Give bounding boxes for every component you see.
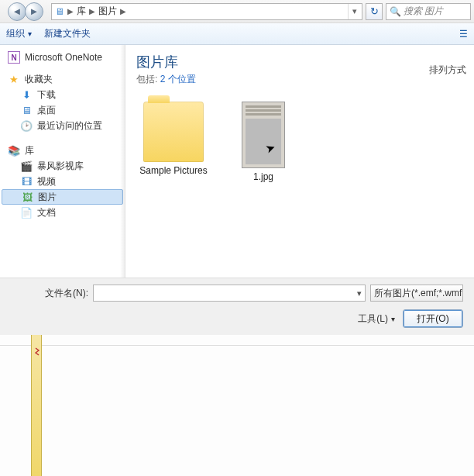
image-item[interactable]: ➤ 1.jpg [226, 102, 301, 182]
nav-history-buttons: ◄ ► [3, 2, 48, 22]
star-icon: ★ [8, 73, 20, 85]
folder-icon [143, 102, 204, 162]
subtitle-prefix: 包括: [136, 74, 157, 85]
chevron-down-icon: ▾ [28, 29, 32, 38]
open-button[interactable]: 打开(O) [403, 309, 463, 328]
pictures-icon: 🖼 [21, 191, 33, 203]
search-input[interactable]: 🔍 搜索 图片 [386, 3, 471, 20]
address-bar[interactable]: 🖥 ▶ 库 ▶ 图片 ▶ ▾ [51, 3, 362, 20]
bottom-panel: 文件名(N): ▾ 所有图片(*.emf;*.wmf 工具(L) ▾ 打开(O) [0, 278, 474, 336]
recent-icon: 🕑 [20, 119, 33, 132]
sidebar-item-videos[interactable]: 🎞 视频 [2, 174, 123, 189]
filename-input[interactable]: ▾ [93, 285, 366, 302]
download-icon: ⬇ [20, 88, 33, 101]
button-row: 工具(L) ▾ 打开(O) [11, 309, 463, 328]
item-label: Sample Pictures [139, 165, 207, 176]
chevron-right-icon[interactable]: ▶ [89, 7, 95, 16]
nav-tree: N Microsoft OneNote ★ 收藏夹 ⬇ 下载 🖥 桌面 🕑 最近… [0, 45, 125, 278]
nav-bar: ◄ ► 🖥 ▶ 库 ▶ 图片 ▶ ▾ ↻ 🔍 搜索 图片 [0, 0, 474, 23]
filename-label: 文件名(N): [11, 287, 88, 300]
sidebar-item-desktop[interactable]: 🖥 桌面 [2, 102, 123, 118]
sidebar-item-onenote[interactable]: N Microsoft OneNote [2, 50, 123, 65]
image-thumbnail: ➤ [242, 102, 285, 168]
chevron-right-icon[interactable]: ▶ [120, 7, 126, 16]
folder-item[interactable]: Sample Pictures [136, 102, 211, 182]
sidebar-item-documents[interactable]: 📄 文档 [2, 205, 123, 220]
sidebar-item-label: 最近访问的位置 [37, 119, 102, 133]
sidebar-item-label: 收藏夹 [25, 73, 53, 86]
breadcrumb-root[interactable]: 🖥 [53, 6, 66, 17]
body-split: N Microsoft OneNote ★ 收藏夹 ⬇ 下载 🖥 桌面 🕑 最近… [0, 45, 474, 278]
address-dropdown[interactable]: ▾ [348, 4, 360, 19]
toolbar: 组织 ▾ 新建文件夹 ☰ [0, 23, 474, 45]
refresh-button[interactable]: ↻ [366, 3, 383, 20]
monitor-icon: 🖥 [55, 6, 64, 17]
search-icon: 🔍 [390, 6, 401, 17]
new-folder-button[interactable]: 新建文件夹 [44, 27, 91, 40]
organize-menu[interactable]: 组织 ▾ [6, 27, 32, 40]
sidebar-item-label: 文档 [37, 206, 56, 219]
background-document [0, 335, 474, 476]
tools-label: 工具(L) [358, 312, 388, 326]
chevron-down-icon[interactable]: ▾ [357, 288, 362, 298]
sidebar-item-storm[interactable]: 🎬 暴风影视库 [2, 158, 123, 174]
sidebar-item-favorites[interactable]: ★ 收藏夹 [2, 71, 123, 87]
chevron-right-icon[interactable]: ▶ [67, 7, 74, 16]
sidebar-item-pictures[interactable]: 🖼 图片 [2, 189, 123, 205]
desktop-icon: 🖥 [20, 104, 33, 116]
back-button[interactable]: ◄ [8, 2, 26, 21]
item-grid: Sample Pictures ➤ 1.jpg [136, 102, 463, 182]
filter-label: 所有图片(*.emf;*.wmf [374, 287, 462, 300]
forward-button[interactable]: ► [25, 2, 43, 21]
sidebar-item-label: 暴风影视库 [37, 160, 84, 173]
library-title: 图片库 [136, 53, 463, 71]
document-rule [0, 345, 474, 346]
library-locations-link[interactable]: 2 个位置 [160, 74, 196, 85]
breadcrumb-pictures[interactable]: 图片 [97, 5, 118, 18]
sidebar-item-label: 视频 [37, 175, 56, 188]
filetype-filter[interactable]: 所有图片(*.emf;*.wmf [370, 285, 463, 302]
file-open-dialog: ◄ ► 🖥 ▶ 库 ▶ 图片 ▶ ▾ ↻ 🔍 搜索 图片 组织 ▾ 新建文件夹 … [0, 0, 474, 335]
documents-icon: 📄 [20, 206, 33, 219]
sidebar-scrollbar[interactable] [120, 45, 125, 278]
sidebar-item-label: 库 [25, 144, 34, 157]
library-subtitle: 包括: 2 个位置 [136, 73, 463, 86]
sidebar-item-libraries[interactable]: 📚 库 [2, 143, 123, 158]
onenote-icon: N [8, 51, 20, 64]
storm-icon: 🎬 [20, 160, 33, 172]
breadcrumb-libraries[interactable]: 库 [75, 5, 88, 18]
chevron-down-icon: ▾ [391, 315, 395, 323]
organize-label: 组织 [6, 27, 25, 40]
filename-row: 文件名(N): ▾ 所有图片(*.emf;*.wmf [11, 285, 463, 302]
sidebar-item-label: 图片 [38, 191, 57, 204]
sidebar-item-recent[interactable]: 🕑 最近访问的位置 [2, 118, 123, 133]
search-placeholder: 搜索 图片 [404, 5, 443, 18]
content-pane: 图片库 包括: 2 个位置 排列方式 Sample Pictures ➤ 1 [125, 45, 474, 278]
tools-menu[interactable]: 工具(L) ▾ [358, 312, 395, 326]
sidebar-item-label: 桌面 [37, 104, 56, 117]
open-label: 打开(O) [417, 312, 448, 326]
arrange-by-label[interactable]: 排列方式 [429, 64, 466, 77]
video-icon: 🎞 [20, 175, 33, 188]
margin-marker-icon [35, 347, 43, 357]
sidebar-item-label: 下载 [37, 88, 56, 102]
view-options-button[interactable]: ☰ [459, 29, 468, 40]
item-label: 1.jpg [253, 171, 273, 182]
sidebar-item-downloads[interactable]: ⬇ 下载 [2, 87, 123, 102]
sidebar-item-label: Microsoft OneNote [25, 52, 102, 63]
libraries-icon: 📚 [8, 144, 20, 157]
